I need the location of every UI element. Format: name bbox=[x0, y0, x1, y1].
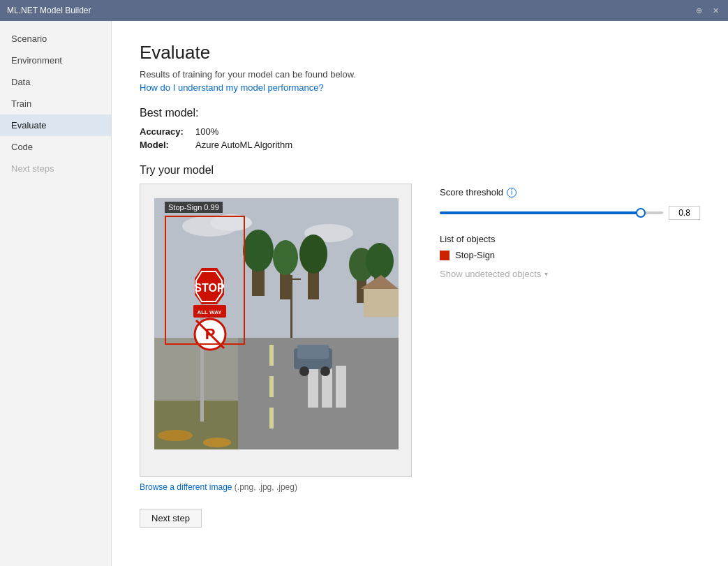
sidebar-item-environment[interactable]: Environment bbox=[0, 50, 111, 71]
browse-link[interactable]: Browse a different image bbox=[140, 482, 232, 492]
try-model-section: STOP ALL WAY P bbox=[140, 184, 700, 528]
score-threshold-label: Score threshold bbox=[440, 187, 503, 198]
svg-rect-20 bbox=[269, 376, 274, 397]
image-inner: STOP ALL WAY P bbox=[140, 184, 411, 463]
svg-point-41 bbox=[203, 438, 231, 447]
model-label: Model: bbox=[140, 140, 195, 150]
browse-link-row: Browse a different image (.png, .jpg, .j… bbox=[140, 482, 412, 492]
svg-point-9 bbox=[299, 234, 327, 274]
svg-rect-21 bbox=[269, 408, 274, 429]
right-panel: Score threshold i List of objects Stop-S… bbox=[440, 184, 700, 279]
main-content: Evaluate Results of training for your mo… bbox=[112, 21, 728, 566]
accuracy-label: Accuracy: bbox=[140, 126, 195, 137]
sidebar-item-evaluate[interactable]: Evaluate bbox=[0, 114, 111, 136]
sidebar-item-scenario[interactable]: Scenario bbox=[0, 28, 111, 50]
score-threshold-section: Score threshold i bbox=[440, 187, 700, 198]
browse-ext: (.png, .jpg, .jpeg) bbox=[235, 482, 297, 492]
svg-rect-16 bbox=[290, 275, 292, 338]
model-value: Azure AutoML Algorithm bbox=[195, 140, 292, 150]
page-title: Evaluate bbox=[140, 42, 700, 64]
sidebar-item-train[interactable]: Train bbox=[0, 93, 111, 114]
slider-thumb[interactable] bbox=[636, 208, 646, 218]
help-link[interactable]: How do I understand my model performance… bbox=[140, 82, 324, 93]
object-item-stop-sign: Stop-Sign bbox=[440, 250, 700, 260]
slider-row bbox=[440, 206, 700, 220]
try-model-title: Try your model bbox=[140, 164, 700, 177]
stop-sign-label: Stop-Sign bbox=[455, 250, 495, 260]
stop-sign-color-swatch bbox=[440, 251, 450, 260]
svg-rect-28 bbox=[297, 345, 329, 359]
svg-point-13 bbox=[366, 243, 394, 279]
app-container: Scenario Environment Data Train Evaluate… bbox=[0, 21, 728, 566]
slider-fill bbox=[440, 211, 641, 214]
chevron-down-icon: ▾ bbox=[544, 270, 548, 278]
svg-point-29 bbox=[299, 366, 309, 376]
svg-rect-24 bbox=[336, 366, 346, 408]
subtitle: Results of training for your model can b… bbox=[140, 69, 700, 80]
image-container[interactable]: STOP ALL WAY P bbox=[140, 184, 412, 477]
info-icon[interactable]: i bbox=[507, 188, 517, 198]
svg-text:ALL WAY: ALL WAY bbox=[197, 309, 222, 315]
list-of-objects-label: List of objects bbox=[440, 234, 700, 244]
score-threshold-input[interactable] bbox=[669, 206, 700, 220]
title-bar: ML.NET Model Builder ⊕ ✕ bbox=[0, 0, 728, 21]
svg-rect-14 bbox=[364, 289, 399, 317]
svg-point-7 bbox=[273, 240, 298, 275]
svg-point-30 bbox=[320, 366, 330, 376]
next-step-button[interactable]: Next step bbox=[140, 509, 202, 528]
sidebar: Scenario Environment Data Train Evaluate… bbox=[0, 21, 112, 566]
svg-rect-22 bbox=[308, 366, 318, 408]
svg-point-2 bbox=[210, 214, 252, 231]
sidebar-item-data[interactable]: Data bbox=[0, 71, 111, 93]
show-undetected-objects[interactable]: Show undetected objects ▾ bbox=[440, 269, 700, 279]
sidebar-item-next-steps: Next steps bbox=[0, 158, 111, 179]
svg-text:STOP: STOP bbox=[194, 282, 225, 294]
image-panel: STOP ALL WAY P bbox=[140, 184, 412, 528]
slider-track[interactable] bbox=[440, 211, 663, 214]
best-model-title: Best model: bbox=[140, 107, 700, 119]
scene-image: STOP ALL WAY P bbox=[154, 198, 399, 449]
svg-point-5 bbox=[243, 230, 274, 271]
title-bar-title: ML.NET Model Builder bbox=[7, 6, 688, 15]
svg-point-40 bbox=[158, 430, 193, 441]
close-icon[interactable]: ✕ bbox=[710, 5, 721, 16]
accuracy-value: 100% bbox=[195, 126, 218, 137]
pin-icon[interactable]: ⊕ bbox=[693, 5, 704, 16]
svg-rect-17 bbox=[283, 278, 301, 280]
model-info: Accuracy: 100% Model: Azure AutoML Algor… bbox=[140, 126, 700, 150]
sidebar-item-code[interactable]: Code bbox=[0, 136, 111, 158]
show-undetected-label: Show undetected objects bbox=[440, 269, 541, 279]
svg-rect-19 bbox=[269, 345, 274, 366]
